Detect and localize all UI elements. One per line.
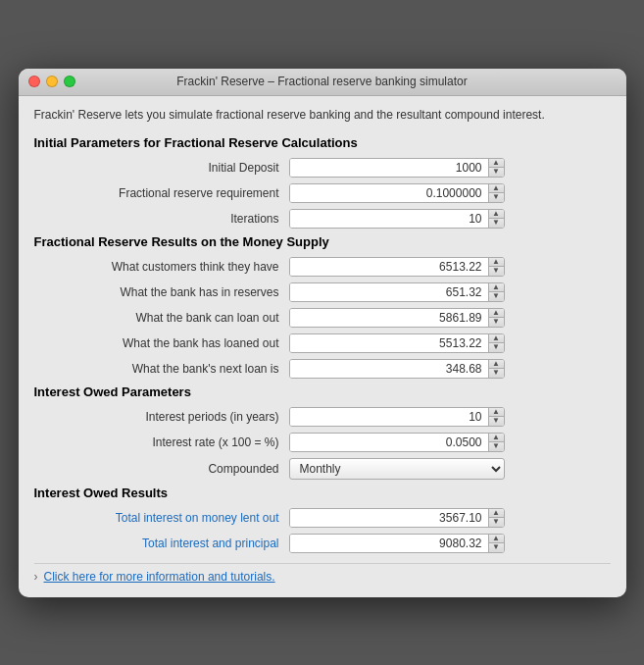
row-bank-loan-out: What the bank can loan out ▲ ▼: [34, 308, 611, 328]
stepper-interest-periods: ▲ ▼: [488, 408, 504, 426]
stepper-reserve-requirement: ▲ ▼: [488, 184, 504, 202]
compounded-select[interactable]: Daily Monthly Quarterly Annually: [289, 458, 505, 480]
label-reserve-requirement: Fractional reserve requirement: [34, 186, 289, 200]
stepper-initial-deposit: ▲ ▼: [488, 159, 504, 177]
input-wrapper-customers-think: ▲ ▼: [289, 257, 505, 277]
stepper-down-bank-loaned[interactable]: ▼: [489, 343, 504, 352]
stepper-total-principal: ▲ ▼: [488, 535, 504, 552]
input-wrapper-bank-loan-out: ▲ ▼: [289, 308, 505, 328]
row-customers-think: What customers think they have ▲ ▼: [34, 257, 611, 277]
section-interest-results: Interest Owed Results: [34, 486, 611, 500]
footer-link[interactable]: Click here for more information and tuto…: [44, 570, 275, 584]
stepper-down-interest-rate[interactable]: ▼: [489, 442, 504, 451]
row-interest-periods: Interest periods (in years) ▲ ▼: [34, 407, 611, 427]
stepper-down-customers-think[interactable]: ▼: [489, 267, 504, 276]
stepper-down-total-interest[interactable]: ▼: [489, 518, 504, 527]
row-initial-deposit: Initial Deposit ▲ ▼: [34, 158, 611, 178]
row-bank-next-loan: What the bank's next loan is ▲ ▼: [34, 359, 611, 379]
window-title: Frackin' Reserve – Fractional reserve ba…: [176, 75, 467, 88]
bank-next-loan-input[interactable]: [290, 360, 488, 378]
label-initial-deposit: Initial Deposit: [34, 161, 289, 175]
interest-periods-input[interactable]: [290, 408, 488, 426]
stepper-iterations: ▲ ▼: [488, 210, 504, 228]
row-compounded: Compounded Daily Monthly Quarterly Annua…: [34, 458, 611, 480]
row-total-interest: Total interest on money lent out ▲ ▼: [34, 508, 611, 528]
iterations-input[interactable]: [290, 210, 488, 228]
input-wrapper-reserve-requirement: ▲ ▼: [289, 183, 505, 203]
input-wrapper-iterations: ▲ ▼: [289, 209, 505, 229]
stepper-down-bank-reserves[interactable]: ▼: [489, 292, 504, 301]
label-bank-next-loan: What the bank's next loan is: [34, 362, 289, 376]
input-wrapper-bank-next-loan: ▲ ▼: [289, 359, 505, 379]
bank-loan-out-input[interactable]: [290, 309, 488, 327]
select-wrapper-compounded: Daily Monthly Quarterly Annually: [289, 458, 505, 480]
input-wrapper-initial-deposit: ▲ ▼: [289, 158, 505, 178]
stepper-down-total-principal[interactable]: ▼: [489, 543, 504, 552]
label-bank-loan-out: What the bank can loan out: [34, 311, 289, 325]
stepper-down-initial-deposit[interactable]: ▼: [489, 168, 504, 177]
traffic-lights: [28, 76, 75, 87]
stepper-customers-think: ▲ ▼: [488, 258, 504, 276]
reserve-requirement-input[interactable]: [290, 184, 488, 202]
label-compounded: Compounded: [34, 462, 289, 476]
interest-rate-input[interactable]: [290, 434, 488, 451]
app-window: Frackin' Reserve – Fractional reserve ba…: [19, 69, 626, 597]
total-interest-input[interactable]: [290, 509, 488, 527]
stepper-bank-next-loan: ▲ ▼: [488, 360, 504, 378]
input-wrapper-bank-loaned: ▲ ▼: [289, 333, 505, 353]
stepper-bank-loan-out: ▲ ▼: [488, 309, 504, 327]
main-content: Frackin' Reserve lets you simulate fract…: [19, 96, 626, 597]
label-total-interest: Total interest on money lent out: [34, 511, 289, 525]
maximize-button[interactable]: [64, 76, 75, 87]
label-iterations: Iterations: [34, 212, 289, 226]
label-customers-think: What customers think they have: [34, 260, 289, 274]
section-interest-params: Interest Owed Parameters: [34, 384, 611, 399]
minimize-button[interactable]: [46, 76, 58, 87]
link-arrow-icon: ›: [34, 570, 38, 584]
input-wrapper-interest-rate: ▲ ▼: [289, 433, 505, 452]
row-reserve-requirement: Fractional reserve requirement ▲ ▼: [34, 183, 611, 203]
stepper-down-iterations[interactable]: ▼: [489, 219, 504, 228]
initial-deposit-input[interactable]: [290, 159, 488, 177]
total-principal-input[interactable]: [290, 535, 488, 552]
label-bank-reserves: What the bank has in reserves: [34, 285, 289, 299]
stepper-interest-rate: ▲ ▼: [488, 434, 504, 451]
stepper-bank-loaned: ▲ ▼: [488, 334, 504, 352]
row-iterations: Iterations ▲ ▼: [34, 209, 611, 229]
label-interest-periods: Interest periods (in years): [34, 410, 289, 424]
input-wrapper-bank-reserves: ▲ ▼: [289, 282, 505, 302]
stepper-down-reserve-requirement[interactable]: ▼: [489, 193, 504, 202]
titlebar: Frackin' Reserve – Fractional reserve ba…: [19, 69, 626, 96]
label-bank-loaned: What the bank has loaned out: [34, 336, 289, 350]
input-wrapper-interest-periods: ▲ ▼: [289, 407, 505, 427]
footer-link-row: › Click here for more information and tu…: [34, 563, 611, 584]
bank-loaned-input[interactable]: [290, 334, 488, 352]
stepper-bank-reserves: ▲ ▼: [488, 283, 504, 301]
customers-think-input[interactable]: [290, 258, 488, 276]
section-reserve-results: Fractional Reserve Results on the Money …: [34, 234, 611, 249]
bank-reserves-input[interactable]: [290, 283, 488, 301]
stepper-down-bank-next-loan[interactable]: ▼: [489, 369, 504, 378]
intro-text: Frackin' Reserve lets you simulate fract…: [34, 106, 611, 124]
stepper-down-interest-periods[interactable]: ▼: [489, 417, 504, 426]
row-bank-loaned: What the bank has loaned out ▲ ▼: [34, 333, 611, 353]
input-wrapper-total-interest: ▲ ▼: [289, 508, 505, 528]
input-wrapper-total-principal: ▲ ▼: [289, 534, 505, 553]
label-interest-rate: Interest rate (x 100 = %): [34, 435, 289, 449]
stepper-total-interest: ▲ ▼: [488, 509, 504, 527]
row-total-principal: Total interest and principal ▲ ▼: [34, 534, 611, 553]
label-total-principal: Total interest and principal: [34, 537, 289, 550]
row-bank-reserves: What the bank has in reserves ▲ ▼: [34, 282, 611, 302]
section-initial-params: Initial Parameters for Fractional Reserv…: [34, 135, 611, 150]
close-button[interactable]: [28, 76, 40, 87]
stepper-down-bank-loan-out[interactable]: ▼: [489, 318, 504, 327]
row-interest-rate: Interest rate (x 100 = %) ▲ ▼: [34, 433, 611, 452]
